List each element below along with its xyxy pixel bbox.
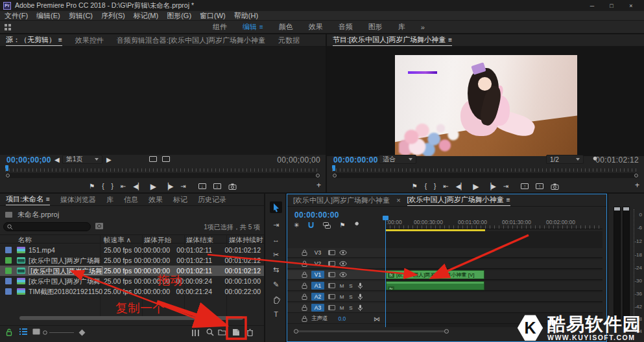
program-zoom-bar[interactable] bbox=[332, 173, 639, 178]
track-badge[interactable]: V2 bbox=[311, 260, 324, 268]
tab-libraries[interactable]: 库 bbox=[106, 195, 113, 205]
list-view-icon[interactable] bbox=[19, 328, 27, 335]
tab-project[interactable]: 项目:未命名≡ bbox=[6, 194, 50, 205]
lock-icon[interactable] bbox=[302, 271, 307, 278]
scroll-handle-right[interactable] bbox=[444, 329, 449, 334]
table-row[interactable]: [欢乐中国人]两岁广场舞 25.00 fps 00:00:00:00 00:00… bbox=[0, 276, 264, 286]
panel-menu-icon[interactable]: ≡ bbox=[46, 196, 50, 203]
pan-bowtie-icon[interactable]: ⋈ bbox=[374, 315, 380, 323]
eye-icon[interactable] bbox=[339, 250, 347, 255]
track-header-v3[interactable]: V3 bbox=[287, 248, 385, 258]
pen-tool[interactable]: ✎ bbox=[270, 279, 282, 290]
menu-graphics[interactable]: 图形(G) bbox=[167, 11, 191, 21]
workspace-tab-color[interactable]: 颜色 bbox=[279, 22, 293, 32]
lock-icon[interactable] bbox=[302, 260, 307, 267]
column-media-end[interactable]: 媒体结束 bbox=[186, 236, 213, 245]
type-tool[interactable]: T bbox=[270, 308, 282, 320]
tab-metadata[interactable]: 元数据 bbox=[278, 36, 300, 45]
step-back-icon[interactable]: ◀▏ bbox=[456, 183, 466, 190]
column-framerate[interactable]: 帧速率 ∧ bbox=[104, 236, 131, 245]
track-header-v1[interactable]: V1 bbox=[287, 270, 385, 280]
track-header-v2[interactable]: V2 bbox=[287, 259, 385, 269]
zoom-handle-left[interactable] bbox=[6, 174, 10, 177]
go-to-out-icon[interactable]: ⇥ bbox=[503, 183, 508, 190]
track-badge[interactable]: A3 bbox=[311, 304, 324, 312]
mark-out-icon[interactable]: } bbox=[434, 183, 436, 190]
source-patch-icon[interactable] bbox=[328, 305, 335, 310]
table-row[interactable]: 151.mp4 25.00 fps 00:00:00:00 00:01:02:1… bbox=[0, 245, 264, 255]
prev-page-icon[interactable]: ◀ bbox=[54, 157, 60, 163]
tab-media-browser[interactable]: 媒体浏览器 bbox=[60, 195, 96, 205]
lane-a2[interactable] bbox=[385, 292, 602, 302]
program-scrubber[interactable] bbox=[332, 167, 639, 179]
horizontal-scrollbar[interactable] bbox=[3, 316, 261, 321]
ripple-edit-tool[interactable]: ↔ bbox=[270, 234, 282, 245]
maximize-button[interactable]: □ bbox=[602, 0, 621, 11]
track-header-master[interactable]: 主声道 0.0 ⋈ bbox=[287, 314, 385, 324]
menu-clip[interactable]: 剪辑(C) bbox=[69, 11, 93, 21]
playback-resolution-select[interactable]: 1/2 bbox=[546, 155, 584, 164]
timeline-playhead[interactable] bbox=[385, 218, 386, 327]
selection-tool[interactable] bbox=[270, 201, 282, 213]
audio-clip[interactable]: fx bbox=[386, 281, 484, 290]
workspaces-icon[interactable] bbox=[5, 24, 12, 30]
workspace-tab-assembly[interactable]: 组件 bbox=[213, 22, 227, 32]
tab-history[interactable]: 历史记录 bbox=[198, 195, 226, 205]
go-to-in-icon[interactable]: ⇤ bbox=[121, 183, 126, 190]
project-writable-icon[interactable] bbox=[6, 328, 12, 336]
export-frame-icon[interactable] bbox=[551, 183, 559, 190]
zoom-out-icon[interactable] bbox=[43, 330, 47, 335]
track-select-forward-tool[interactable]: ⇥ bbox=[270, 219, 282, 231]
add-marker-icon[interactable]: ⚑ bbox=[89, 183, 95, 190]
linked-selection-icon[interactable] bbox=[323, 222, 331, 229]
track-badge[interactable]: V1 bbox=[311, 271, 324, 279]
lock-icon[interactable] bbox=[302, 315, 307, 322]
zoom-handle-left[interactable] bbox=[333, 174, 337, 177]
slip-tool[interactable]: ⇆ bbox=[270, 264, 282, 275]
zoom-level-select[interactable]: 适合 bbox=[379, 155, 416, 164]
source-scrubber[interactable] bbox=[5, 167, 320, 179]
extract-icon[interactable]: ↑ bbox=[536, 183, 543, 189]
track-badge[interactable]: A1 bbox=[311, 282, 324, 290]
lock-icon[interactable] bbox=[302, 282, 307, 289]
tab-program[interactable]: 节目:[欢乐中国人]两岁广场舞小神童≡ bbox=[333, 35, 452, 46]
go-to-out-icon[interactable]: ⇥ bbox=[180, 183, 185, 190]
tab-markers[interactable]: 标记 bbox=[173, 195, 187, 205]
project-breadcrumb[interactable]: 未命名.prproj bbox=[5, 210, 59, 219]
workspace-tab-libraries[interactable]: 库 bbox=[398, 22, 405, 32]
drag-video-icon[interactable] bbox=[149, 156, 157, 162]
new-item-icon[interactable] bbox=[232, 328, 240, 336]
menu-window[interactable]: 窗口(W) bbox=[200, 11, 226, 21]
snap-magnet-icon[interactable] bbox=[307, 222, 315, 229]
panel-menu-icon[interactable]: ≡ bbox=[58, 36, 62, 43]
delete-icon[interactable] bbox=[246, 328, 254, 336]
lock-icon[interactable] bbox=[302, 249, 307, 256]
workspace-tab-audio[interactable]: 音频 bbox=[339, 22, 353, 32]
voiceover-mic-icon[interactable] bbox=[357, 304, 363, 312]
overwrite-icon[interactable]: ↓ bbox=[213, 183, 221, 189]
step-forward-icon[interactable]: ▕▶ bbox=[486, 183, 495, 190]
track-header-a2[interactable]: A2 M S bbox=[287, 292, 385, 302]
menu-sequence[interactable]: 序列(S) bbox=[101, 11, 125, 21]
step-forward-icon[interactable]: ▕▶ bbox=[163, 183, 173, 190]
lock-icon[interactable] bbox=[302, 293, 307, 300]
mark-in-icon[interactable]: { bbox=[425, 183, 427, 190]
insert-icon[interactable]: ↓ bbox=[198, 183, 206, 189]
drag-audio-icon[interactable] bbox=[162, 156, 170, 162]
timeline-settings-wrench-icon[interactable] bbox=[353, 222, 361, 229]
icon-view-icon[interactable] bbox=[32, 328, 40, 335]
lock-icon[interactable] bbox=[302, 304, 307, 311]
label-color-chip[interactable] bbox=[5, 257, 12, 264]
play-icon[interactable]: ▶ bbox=[150, 183, 156, 190]
voiceover-mic-icon[interactable] bbox=[357, 293, 363, 301]
scroll-handle-left[interactable] bbox=[294, 329, 298, 334]
search-input[interactable] bbox=[3, 222, 91, 231]
find-icon[interactable] bbox=[206, 328, 214, 336]
eye-icon[interactable] bbox=[339, 261, 347, 266]
go-to-in-icon[interactable]: ⇤ bbox=[443, 183, 448, 190]
next-page-icon[interactable]: ▶ bbox=[106, 157, 112, 163]
table-row[interactable]: [欢乐中国人]两岁广场舞 25.00 fps 00:00:00:00 00:01… bbox=[0, 255, 264, 266]
scrollbar-thumb[interactable] bbox=[19, 316, 243, 320]
sequence-tab-inactive[interactable]: [欢乐中国人]两岁广场舞小神童 bbox=[293, 196, 390, 205]
export-frame-icon[interactable] bbox=[228, 183, 237, 190]
